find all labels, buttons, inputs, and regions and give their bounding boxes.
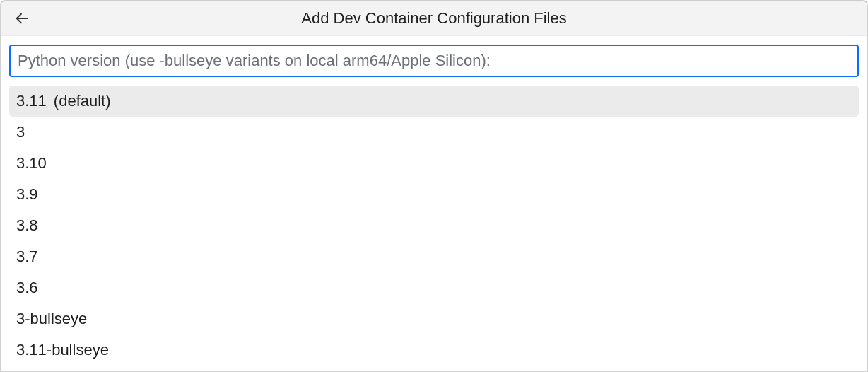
option-label: 3.7	[16, 248, 38, 266]
input-area	[1, 36, 867, 86]
arrow-left-icon	[14, 11, 30, 26]
option-item[interactable]: 3-bullseye	[9, 303, 859, 335]
quick-pick-header: Add Dev Container Configuration Files	[1, 1, 867, 36]
quick-pick-input[interactable]	[9, 45, 859, 77]
option-item[interactable]: 3.8	[9, 210, 859, 241]
option-label: 3-bullseye	[16, 310, 87, 328]
option-item[interactable]: 3.7	[9, 241, 859, 272]
option-item[interactable]: 3.10	[9, 148, 859, 179]
options-list: 3.11(default)33.103.93.83.73.63-bullseye…	[1, 86, 867, 366]
option-label: 3.11	[16, 92, 47, 110]
option-item[interactable]: 3.9	[9, 179, 859, 210]
option-label: 3.9	[16, 185, 38, 204]
option-item[interactable]: 3.11(default)	[9, 86, 859, 117]
back-button[interactable]	[12, 8, 32, 28]
quick-pick-title: Add Dev Container Configuration Files	[32, 9, 856, 28]
option-label: 3.8	[16, 216, 38, 235]
option-label: 3.10	[16, 154, 47, 173]
option-item[interactable]: 3.6	[9, 272, 859, 303]
option-suffix: (default)	[54, 92, 111, 110]
option-label: 3.6	[16, 279, 38, 297]
quick-pick-container: Add Dev Container Configuration Files 3.…	[0, 0, 868, 372]
option-item[interactable]: 3	[9, 117, 859, 148]
option-item[interactable]: 3.11-bullseye	[9, 335, 859, 366]
option-label: 3.11-bullseye	[16, 341, 109, 359]
option-label: 3	[16, 123, 25, 141]
